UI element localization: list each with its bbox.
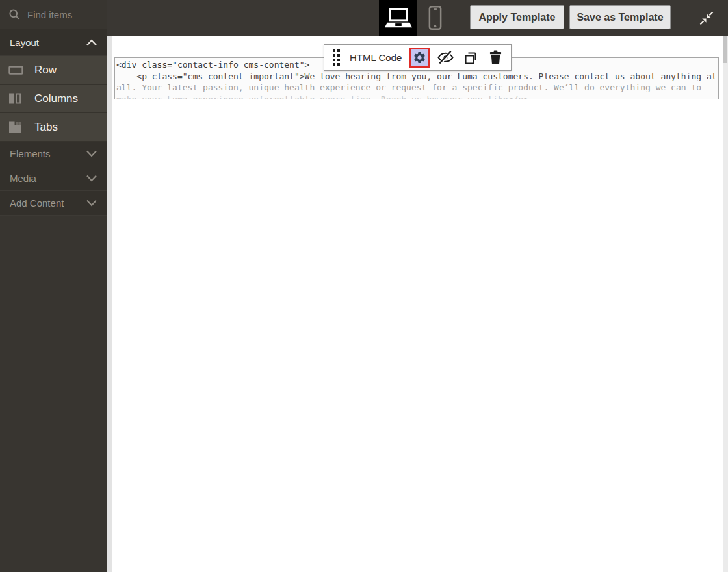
apply-template-button[interactable]: Apply Template xyxy=(470,5,564,29)
stage-scrollbar[interactable] xyxy=(723,36,728,572)
save-as-template-button[interactable]: Save as Template xyxy=(569,5,671,29)
desktop-icon xyxy=(384,6,413,29)
panel-sidebar: Layout Row Columns xyxy=(0,0,107,572)
search-icon xyxy=(8,8,21,21)
panel-header-label: Add Content xyxy=(10,198,64,209)
search-bar xyxy=(0,0,107,29)
panel-header-label: Media xyxy=(10,173,36,184)
panel-header-label: Elements xyxy=(10,148,51,159)
duplicate-button[interactable] xyxy=(463,50,478,66)
sidebar-item-label: Columns xyxy=(34,92,78,105)
chevron-down-icon xyxy=(86,150,98,158)
code-line: all. Your latest passion, unique health … xyxy=(116,82,718,94)
drag-handle-icon[interactable] xyxy=(333,49,340,66)
mobile-icon xyxy=(428,5,443,31)
settings-button[interactable] xyxy=(410,48,430,68)
columns-icon xyxy=(8,92,25,105)
row-icon xyxy=(8,65,25,75)
sidebar-item-columns[interactable]: Columns xyxy=(0,84,107,113)
panel-header-elements[interactable]: Elements xyxy=(0,142,107,166)
exit-fullscreen-icon xyxy=(699,10,714,26)
hide-button[interactable] xyxy=(437,50,454,65)
sidebar-item-tabs[interactable]: Tabs xyxy=(0,113,107,142)
search-input[interactable] xyxy=(27,9,99,20)
panel-header-add-content[interactable]: Add Content xyxy=(0,191,107,216)
duplicate-icon xyxy=(463,50,478,66)
gear-icon xyxy=(413,51,426,64)
chevron-up-icon xyxy=(86,38,98,47)
code-line: <p class="cms-content-important">We love… xyxy=(116,71,718,83)
sidebar-item-row[interactable]: Row xyxy=(0,56,107,84)
page-builder-app: Layout Row Columns xyxy=(0,0,728,572)
sidebar-item-label: Tabs xyxy=(34,121,58,134)
stage: <div class="contact-info cms-content"> <… xyxy=(112,36,723,572)
html-code-toolbar: HTML Code xyxy=(324,44,512,71)
panel-header-label: Layout xyxy=(10,37,39,48)
tabs-icon xyxy=(8,121,25,133)
chevron-down-icon xyxy=(86,199,98,207)
trash-icon xyxy=(489,50,502,65)
desktop-viewport-button[interactable] xyxy=(379,0,417,36)
panel-header-media[interactable]: Media xyxy=(0,166,107,191)
mobile-viewport-button[interactable] xyxy=(417,0,453,36)
code-line: make your Luma experience unforgettable … xyxy=(116,94,718,100)
sidebar-item-label: Row xyxy=(34,64,57,77)
eye-off-icon xyxy=(437,50,454,65)
scrollbar-thumb[interactable] xyxy=(723,36,727,63)
chevron-down-icon xyxy=(86,174,98,183)
panel-header-layout[interactable]: Layout xyxy=(0,29,107,56)
exit-fullscreen-button[interactable] xyxy=(696,8,718,28)
topbar: Apply Template Save as Template xyxy=(107,0,728,36)
remove-button[interactable] xyxy=(489,50,502,65)
toolbar-title: HTML Code xyxy=(350,52,402,63)
